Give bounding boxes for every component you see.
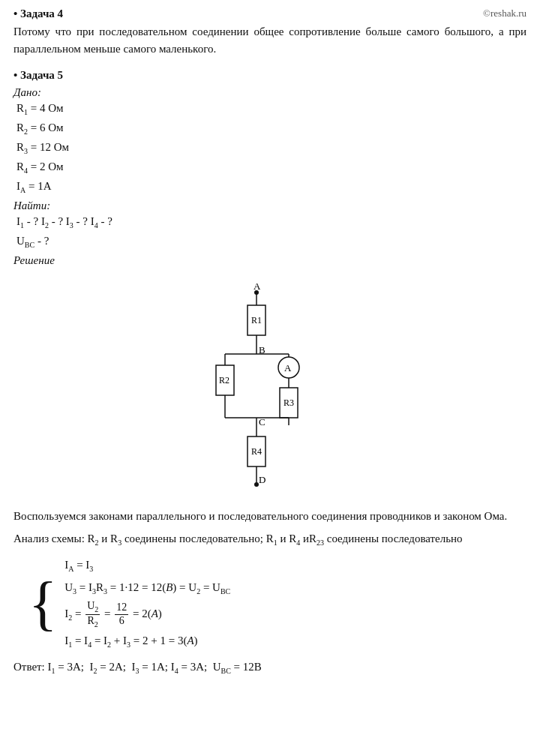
answer-row: Ответ: I1 = 3А; I2 = 2А; I3 = 1А; I4 = 3… xyxy=(14,658,526,677)
find-ubc: UBC - ? xyxy=(16,232,112,251)
eq4: I1 = I4 = I2 + I3 = 2 + 1 = 3(А) xyxy=(64,631,230,652)
find-data: I1 - ? I2 - ? I3 - ? I4 - ? UBC - ? xyxy=(16,212,112,251)
eq1: IA = I3 xyxy=(64,555,230,576)
fraction-12-6: 12 6 xyxy=(115,602,128,628)
fraction-u2-r2: U2 R2 xyxy=(86,600,100,629)
find-label: Найти: xyxy=(14,200,112,212)
given-r3: R3 = 12 Ом xyxy=(16,138,112,158)
task5-section: • Задача 5 Дано: R1 = 4 Ом R2 = 6 Ом R3 … xyxy=(14,69,526,677)
task4-title: • Задача 4 xyxy=(14,8,63,20)
eq3: I2 = U2 R2 = 12 6 = 2(А) xyxy=(64,600,230,629)
circuit-diagram: A R1 B R2 A xyxy=(14,279,526,496)
equation-system: { IA = I3 U3 = I3R3 = 1·12 = 12(В) = U2 … xyxy=(28,555,526,652)
svg-text:R4: R4 xyxy=(251,446,262,457)
svg-text:D: D xyxy=(259,474,266,485)
svg-text:A: A xyxy=(254,280,261,292)
task5-title: • Задача 5 xyxy=(14,69,526,82)
svg-text:A: A xyxy=(284,362,292,374)
analysis-text1: Воспользуемся законами параллельного и п… xyxy=(14,507,526,525)
task4-header: • Задача 4 ©reshak.ru xyxy=(14,8,526,20)
given-section: Дано: R1 = 4 Ом R2 = 6 Ом R3 = 12 Ом R4 … xyxy=(14,86,112,272)
svg-text:C: C xyxy=(259,416,266,428)
given-ia: IA = 1А xyxy=(16,177,112,196)
find-currents: I1 - ? I2 - ? I3 - ? I4 - ? xyxy=(16,212,112,232)
svg-text:R3: R3 xyxy=(284,398,294,408)
equation-lines: IA = I3 U3 = I3R3 = 1·12 = 12(В) = U2 = … xyxy=(64,555,230,652)
given-data: R1 = 4 Ом R2 = 6 Ом R3 = 12 Ом R4 = 2 Ом… xyxy=(16,99,112,196)
eq2: U3 = I3R3 = 1·12 = 12(В) = U2 = UBC xyxy=(64,578,230,598)
brace-icon: { xyxy=(28,570,57,636)
svg-point-27 xyxy=(254,482,259,487)
svg-text:R2: R2 xyxy=(219,375,230,386)
given-label: Дано: xyxy=(14,86,112,99)
analysis-text2: Анализ схемы: R2 и R3 соединены последов… xyxy=(14,530,526,549)
given-r1: R1 = 4 Ом xyxy=(16,99,112,118)
given-r2: R2 = 6 Ом xyxy=(16,118,112,138)
copyright: ©reshak.ru xyxy=(483,8,526,20)
given-r4: R4 = 2 Ом xyxy=(16,158,112,177)
circuit-svg: A R1 B R2 A xyxy=(210,279,330,496)
task4-text: Потому что при последовательном соединен… xyxy=(14,23,526,57)
svg-text:R1: R1 xyxy=(251,315,262,326)
solution-label: Решение xyxy=(14,254,112,267)
